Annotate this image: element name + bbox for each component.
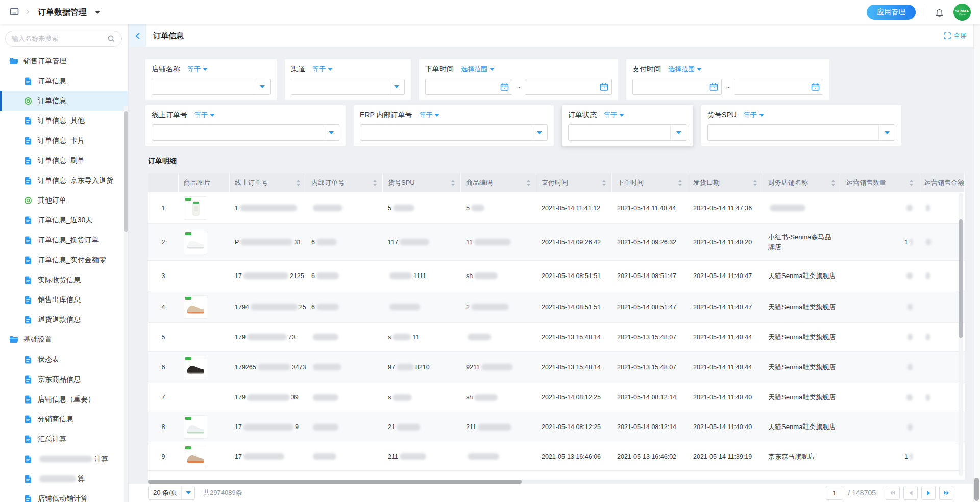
column-label: 财务店铺名称 (768, 178, 808, 187)
table-row[interactable]: 517973s112021-05-13 15:48:142021-05-13 1… (148, 322, 965, 351)
table-scrollbar-thumb[interactable] (959, 219, 963, 338)
sidebar-item-label: 分销商信息 (38, 415, 74, 424)
sales-amount (919, 291, 965, 322)
order-time: 2021-05-14 11:40:44 (612, 192, 688, 223)
sidebar-item[interactable]: 算 (0, 469, 128, 489)
order-time: 2021-05-13 16:46:02 (612, 442, 688, 470)
filter-operator-dropdown[interactable]: 等于 (419, 111, 439, 120)
app-manage-button[interactable]: 应用管理 (867, 5, 916, 20)
column-header-sortable[interactable]: 线上订单号 (230, 173, 306, 192)
pay-time: 2021-05-14 11:41:12 (536, 192, 612, 223)
sidebar-item[interactable]: 基础设置 (0, 330, 128, 349)
order-time: 2021-05-14 08:51:47 (612, 291, 688, 322)
table-row[interactable]: 8179212112021-05-14 08:12:252021-05-14 0… (148, 412, 965, 442)
sidebar-item-label: 基础设置 (23, 335, 52, 344)
column-header-sortable[interactable]: 支付时间 (536, 173, 612, 192)
column-header-sortable[interactable]: 货号SPU (383, 173, 461, 192)
page-size-select[interactable]: 20 条/页 (148, 486, 195, 500)
sidebar-item-label: 订单信息 (38, 96, 66, 106)
filter-select[interactable] (291, 79, 405, 95)
sidebar-item[interactable]: 订单信息 (0, 71, 128, 91)
online-order-no: 17973 (230, 323, 306, 351)
table-row[interactable]: 11552021-05-14 11:41:122021-05-14 11:40:… (148, 192, 965, 223)
table-row[interactable]: 717939ssh2021-05-14 08:12:252021-05-14 0… (148, 383, 965, 412)
column-header-sortable[interactable]: 财务店铺名称 (763, 173, 841, 192)
sales-amount (919, 261, 965, 291)
sidebar-item[interactable]: 计算 (0, 449, 128, 469)
filter-operator-dropdown[interactable]: 等于 (744, 111, 764, 120)
product-image (184, 295, 207, 319)
sidebar-item[interactable]: 分销商信息 (0, 409, 128, 429)
sidebar-item[interactable]: 店铺信息（重要） (0, 389, 128, 409)
column-header-sortable[interactable]: 下单时间 (612, 173, 688, 192)
page-scrollbar-thumb[interactable] (974, 478, 979, 501)
sidebar-item[interactable]: 其他订单 (0, 190, 128, 210)
sidebar-item[interactable]: 京东商品信息 (0, 369, 128, 389)
sidebar-search-input[interactable]: 输入名称来搜索 (5, 31, 122, 47)
sidebar-item[interactable]: 订单信息_换货订单 (0, 230, 128, 250)
date-start-input[interactable]: 7 (425, 79, 512, 95)
filter-operator-dropdown[interactable]: 等于 (194, 111, 215, 120)
internal-order-no (306, 323, 383, 351)
filter-operator-dropdown[interactable]: 等于 (312, 65, 333, 74)
sidebar-item[interactable]: 店铺低动销计算 (0, 489, 128, 502)
sidebar-item[interactable]: 订单信息_刷单 (0, 150, 128, 170)
table-row[interactable]: 4179425622021-05-14 08:51:512021-05-14 0… (148, 291, 965, 322)
sidebar-item[interactable]: 状态表 (0, 349, 128, 369)
fullscreen-button[interactable]: 全屏 (944, 31, 967, 40)
sales-amount (919, 192, 965, 223)
sidebar-item[interactable]: 汇总计算 (0, 429, 128, 449)
table-row[interactable]: 2P316117112021-05-14 09:26:422021-05-14 … (148, 223, 965, 260)
table-row[interactable]: 317212561111sh2021-05-14 08:51:512021-05… (148, 260, 965, 291)
prev-page-button[interactable] (903, 486, 918, 500)
app-title[interactable]: 订单数据管理 (38, 7, 87, 18)
filter-select[interactable] (152, 79, 271, 95)
sidebar-item-label: 订单信息_刷单 (38, 156, 85, 165)
sidebar-item[interactable]: 订单信息 (0, 91, 128, 111)
filter-select[interactable] (707, 124, 895, 141)
column-label: 线上订单号 (235, 178, 268, 187)
title-caret-down-icon[interactable] (95, 11, 100, 14)
column-header-sortable[interactable]: 发货日期 (688, 173, 763, 192)
next-page-button[interactable] (921, 486, 936, 500)
filter-select[interactable] (152, 124, 339, 141)
filter-operator-dropdown[interactable]: 等于 (604, 111, 624, 120)
table-row[interactable]: 9172112021-05-13 16:46:062021-05-13 16:4… (148, 442, 965, 470)
column-header-sortable[interactable]: 运营销售数量 (841, 173, 919, 192)
sidebar-item[interactable]: 订单信息_其他 (0, 111, 128, 131)
store-name: 天猫Senma鞋类旗舰店 (763, 352, 841, 383)
calendar-icon: 7 (599, 82, 609, 93)
column-header-sortable[interactable]: 商品编码 (461, 173, 536, 192)
caret-down-icon (203, 68, 208, 71)
sidebar-item[interactable]: 订单信息_京东导入退货 (0, 170, 128, 190)
filter-select[interactable] (360, 124, 548, 141)
sidebar-item-label: 订单信息_近30天 (38, 216, 92, 225)
date-end-input[interactable]: 7 (525, 79, 612, 95)
filter-operator-dropdown[interactable]: 等于 (187, 65, 208, 74)
filter-operator-dropdown[interactable]: 选择范围 (461, 65, 495, 74)
sidebar-scrollbar-thumb[interactable] (124, 111, 128, 232)
last-page-button[interactable] (939, 486, 953, 500)
sidebar-item[interactable]: 订单信息_卡片 (0, 131, 128, 150)
filter-select[interactable] (568, 124, 687, 141)
sidebar-item[interactable]: 实际收货信息 (0, 270, 128, 290)
sidebar-item[interactable]: 销售出库信息 (0, 290, 128, 310)
table-row[interactable]: 6179265347397821092112021-05-13 15:48:14… (148, 351, 965, 383)
bell-icon[interactable] (935, 8, 944, 17)
window-icon[interactable] (9, 7, 19, 18)
date-start-input[interactable]: 7 (632, 79, 722, 95)
sidebar-item[interactable]: 订单信息_实付金额零 (0, 250, 128, 270)
horizontal-scrollbar-thumb[interactable] (148, 480, 522, 484)
date-end-input[interactable]: 7 (734, 79, 823, 95)
column-header-sortable[interactable]: 内部订单号 (306, 173, 383, 192)
sidebar-item[interactable]: 销售订单管理 (0, 51, 128, 71)
sidebar-item[interactable]: 订单信息_近30天 (0, 210, 128, 230)
first-page-button[interactable] (886, 486, 900, 500)
page-number-input[interactable] (826, 486, 843, 500)
row-number: 7 (148, 383, 179, 412)
collapse-back-button[interactable] (129, 24, 146, 47)
doc-icon (23, 495, 33, 502)
avatar[interactable]: SENMA Core (953, 4, 971, 21)
filter-operator-dropdown[interactable]: 选择范围 (668, 65, 702, 74)
sidebar-item[interactable]: 退货退款信息 (0, 310, 128, 330)
